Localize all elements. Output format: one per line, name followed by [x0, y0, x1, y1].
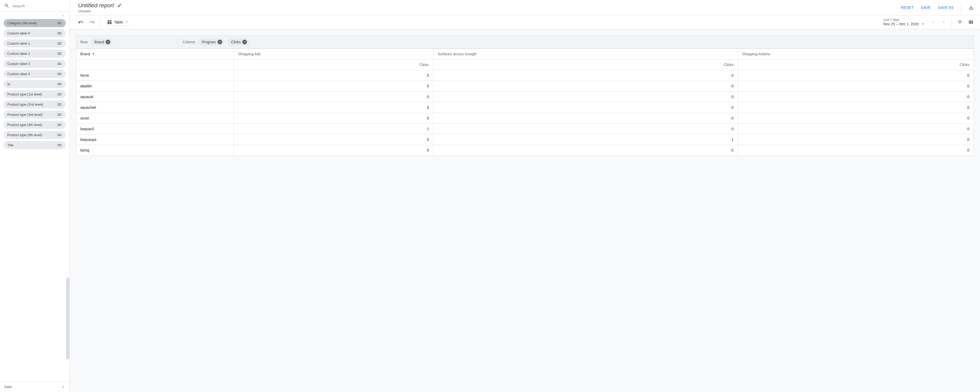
- value-cell: 1: [433, 134, 738, 145]
- download-icon[interactable]: [969, 5, 974, 10]
- table-row[interactable]: baquacil100: [76, 124, 974, 134]
- drag-handle-icon[interactable]: [57, 43, 62, 45]
- value-cell: 0: [234, 70, 433, 81]
- value-cell: 0: [234, 81, 433, 92]
- brand-column-header[interactable]: Brand: [76, 49, 234, 59]
- row-config[interactable]: Row Brand: [76, 36, 178, 48]
- edit-icon[interactable]: [117, 3, 122, 8]
- date-range-value: Nov 25 – Dec 1, 2020: [883, 22, 919, 26]
- drag-handle-icon[interactable]: [57, 134, 62, 136]
- next-period-icon[interactable]: [941, 19, 947, 25]
- divider: [961, 3, 961, 12]
- column-label: Column: [183, 40, 195, 44]
- value-cell: 1: [234, 124, 433, 134]
- column-header[interactable]: Shopping Actions: [738, 49, 974, 59]
- dimension-pill[interactable]: Custom label 2: [4, 49, 66, 57]
- chip-remove-icon[interactable]: [218, 40, 222, 45]
- table-row[interactable]: being000: [76, 145, 974, 156]
- dimension-pill[interactable]: Id: [4, 80, 66, 88]
- dimension-label: Product type (5th level): [7, 133, 42, 137]
- value-cell: 0: [738, 102, 974, 113]
- dimension-label: Custom label 2: [7, 52, 30, 56]
- dimension-pill[interactable]: Custom label 0: [4, 29, 66, 37]
- dimension-label: Custom label 1: [7, 41, 30, 45]
- brand-cell: None: [76, 70, 234, 81]
- brand-cell: aquacal: [76, 92, 234, 102]
- value-cell: 0: [738, 134, 974, 145]
- column-config[interactable]: Column Program Clicks: [178, 36, 974, 48]
- reset-button[interactable]: RESET: [901, 5, 913, 10]
- dimension-label: Product type (4th level): [7, 123, 42, 127]
- search-input[interactable]: [13, 4, 65, 8]
- dimension-pill[interactable]: Product type (1st level): [4, 90, 66, 98]
- sub-header: Clicks: [433, 59, 738, 70]
- value-cell: 0: [738, 113, 974, 124]
- columns-icon[interactable]: [968, 19, 974, 25]
- report-title[interactable]: Untitled report: [78, 2, 114, 9]
- drag-handle-icon[interactable]: [57, 53, 62, 54]
- column-header[interactable]: Shopping Ads: [234, 49, 433, 59]
- drag-handle-icon[interactable]: [57, 63, 62, 65]
- dimension-label: Id: [7, 82, 10, 86]
- chevron-up-icon: [61, 385, 65, 389]
- prev-period-icon[interactable]: [931, 19, 936, 25]
- brand-cell: aquachek: [76, 102, 234, 113]
- table-row[interactable]: asset000: [76, 113, 974, 124]
- table-row[interactable]: None000: [76, 70, 974, 81]
- value-cell: 3: [234, 102, 433, 113]
- save-as-button[interactable]: SAVE AS: [938, 5, 954, 10]
- redo-icon[interactable]: [89, 19, 95, 25]
- date-range-label: Last 7 days: [883, 18, 899, 22]
- table-row[interactable]: aquacal000: [76, 92, 974, 102]
- scrollbar-thumb[interactable]: [66, 278, 69, 359]
- drag-handle-icon[interactable]: [57, 22, 62, 24]
- drag-handle-icon[interactable]: [57, 124, 62, 126]
- table-row[interactable]: aladdin000: [76, 81, 974, 92]
- dimension-pill[interactable]: Product type (3rd level): [4, 111, 66, 119]
- value-cell: 0: [738, 124, 974, 134]
- filter-icon[interactable]: [957, 19, 963, 25]
- chip-remove-icon[interactable]: [106, 40, 110, 45]
- drag-handle-icon[interactable]: [57, 114, 62, 116]
- column-header[interactable]: Surfaces across Google: [433, 49, 738, 59]
- drag-handle-icon[interactable]: [57, 83, 62, 85]
- undo-icon[interactable]: [78, 19, 84, 25]
- report-subtitle: Unsaved: [78, 10, 122, 13]
- brand-cell: baquaspa: [76, 134, 234, 145]
- save-button[interactable]: SAVE: [921, 5, 931, 10]
- dimension-pill[interactable]: Custom label 4: [4, 70, 66, 78]
- chart-type-selector[interactable]: Table: [105, 19, 130, 26]
- value-cell: 0: [433, 92, 738, 102]
- drag-handle-icon[interactable]: [57, 32, 62, 34]
- drag-handle-icon[interactable]: [57, 144, 62, 146]
- drag-handle-icon[interactable]: [57, 93, 62, 95]
- dimension-label: Product type (3rd level): [7, 113, 42, 116]
- collapse-caret[interactable]: [4, 14, 66, 18]
- date-range-picker[interactable]: Last 7 days Nov 25 – Dec 1, 2020: [883, 18, 926, 26]
- chart-type-label: Table: [114, 20, 123, 24]
- dimension-pill[interactable]: Product type (4th level): [4, 121, 66, 129]
- drag-handle-icon[interactable]: [57, 73, 62, 75]
- dimension-pill[interactable]: Product type (2nd level): [4, 100, 66, 108]
- column-chip-clicks[interactable]: Clicks: [228, 38, 249, 46]
- sort-ascending-icon: [92, 52, 95, 56]
- table-row[interactable]: aquachek300: [76, 102, 974, 113]
- value-cell: 0: [234, 145, 433, 156]
- table-row[interactable]: baquaspa010: [76, 134, 974, 145]
- dimension-pill[interactable]: Custom label 1: [4, 39, 66, 48]
- sidebar: Category (5th level)Custom label 0Custom…: [0, 0, 70, 392]
- dimension-list: Category (5th level)Custom label 0Custom…: [0, 12, 69, 153]
- drag-handle-icon[interactable]: [57, 104, 62, 105]
- column-chip-program[interactable]: Program: [198, 38, 224, 46]
- dimension-label: Category (5th level): [7, 21, 37, 25]
- row-chip-brand[interactable]: Brand: [91, 38, 112, 46]
- chip-remove-icon[interactable]: [242, 40, 247, 45]
- dimension-pill[interactable]: Title: [4, 141, 66, 149]
- date-section[interactable]: Date: [0, 381, 69, 392]
- header: Untitled report Unsaved RESET SAVE SAVE …: [70, 0, 980, 15]
- sub-header-empty: [76, 59, 234, 70]
- dimension-pill[interactable]: Product type (5th level): [4, 131, 66, 139]
- dimension-label: Custom label 0: [7, 31, 30, 35]
- dimension-pill[interactable]: Custom label 3: [4, 60, 66, 68]
- dimension-pill[interactable]: Category (5th level): [4, 19, 66, 27]
